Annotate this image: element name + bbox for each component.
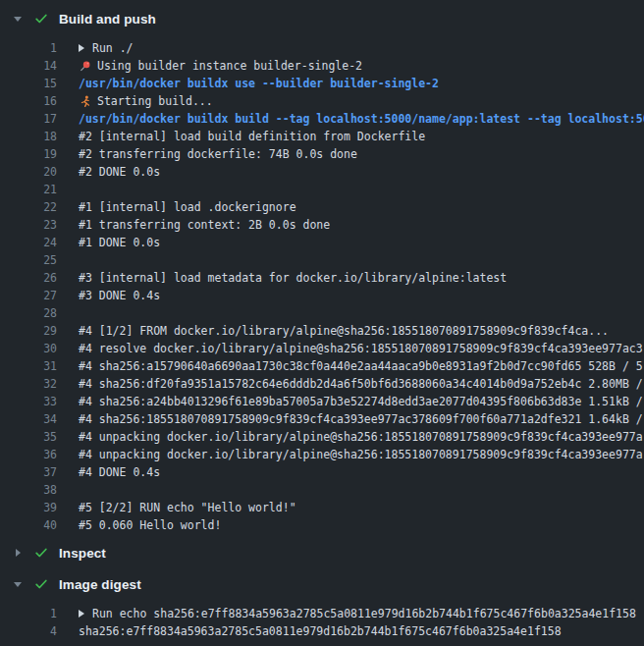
- line-number[interactable]: 1: [0, 605, 57, 622]
- log-line: 17/usr/bin/docker buildx build --tag loc…: [0, 110, 644, 128]
- log-line: 21: [0, 181, 644, 198]
- log-line: 14Using builder instance builder-single-…: [0, 57, 644, 75]
- line-number[interactable]: 22: [0, 198, 57, 216]
- log-line: 22#1 [internal] load .dockerignore: [0, 198, 644, 216]
- log-line: 23#1 transferring context: 2B 0.0s done: [0, 216, 644, 234]
- line-number[interactable]: 17: [0, 110, 57, 128]
- line-number[interactable]: 32: [0, 375, 57, 393]
- log-text: [57, 181, 79, 198]
- success-check-icon: [34, 577, 48, 591]
- log-text: #4 resolve docker.io/library/alpine@sha2…: [57, 340, 643, 357]
- log-line: 29#4 [1/2] FROM docker.io/library/alpine…: [0, 322, 644, 340]
- log-text: #4 unpacking docker.io/library/alpine@sh…: [57, 446, 643, 463]
- line-number[interactable]: 33: [0, 393, 57, 410]
- run-expander-icon[interactable]: [79, 44, 84, 52]
- chevron-down-icon[interactable]: [13, 582, 23, 587]
- log-line: 27#3 DONE 0.4s: [0, 287, 644, 304]
- log-line: 37#4 DONE 0.4s: [0, 463, 644, 481]
- log-line: 24#1 DONE 0.0s: [0, 234, 644, 251]
- log-text: #4 sha256:185518070891758909c9f839cf4ca3…: [57, 410, 643, 428]
- log-line: 40#5 0.060 Hello world!: [0, 516, 644, 534]
- log-text: Run echo sha256:e7ff8834a5963a2785c5a081…: [57, 605, 636, 622]
- log-text: #4 [1/2] FROM docker.io/library/alpine@s…: [57, 322, 609, 340]
- log-text: #4 DONE 0.4s: [57, 463, 160, 481]
- line-number[interactable]: 23: [0, 216, 57, 234]
- log-line: 15/usr/bin/docker buildx use --builder b…: [0, 75, 644, 92]
- log-line: 33#4 sha256:a24bb4013296f61e89ba57005a7b…: [0, 393, 644, 410]
- group-title: Inspect: [59, 546, 106, 561]
- chevron-down-icon[interactable]: [13, 17, 23, 22]
- line-number[interactable]: 20: [0, 163, 57, 181]
- log-line: 25: [0, 251, 644, 269]
- log-line: 35#4 unpacking docker.io/library/alpine@…: [0, 428, 644, 446]
- group-header-image-digest[interactable]: Image digest: [0, 571, 644, 597]
- log-lines-build-and-push: 1Run ./14Using builder instance builder-…: [0, 39, 644, 534]
- line-number[interactable]: 34: [0, 410, 57, 428]
- log-line: 34#4 sha256:185518070891758909c9f839cf4c…: [0, 410, 644, 428]
- log-text: #5 0.060 Hello world!: [57, 516, 221, 534]
- pushpin-icon: [79, 60, 91, 73]
- log-text: #4 unpacking docker.io/library/alpine@sh…: [57, 428, 643, 446]
- line-number[interactable]: 35: [0, 428, 57, 446]
- line-number[interactable]: 30: [0, 340, 57, 357]
- log-text: #4 sha256:a15790640a6690aa1730c38cf0a440…: [57, 357, 643, 375]
- success-check-icon: [34, 12, 48, 26]
- group-title: Build and push: [59, 12, 156, 27]
- run-expander-icon[interactable]: [79, 610, 84, 618]
- log-line: 31#4 sha256:a15790640a6690aa1730c38cf0a4…: [0, 357, 644, 375]
- line-number[interactable]: 40: [0, 516, 57, 534]
- log-line: 20#2 DONE 0.0s: [0, 163, 644, 181]
- log-line: 39#5 [2/2] RUN echo "Hello world!": [0, 499, 644, 516]
- log-text: #4 sha256:a24bb4013296f61e89ba57005a7b3e…: [57, 393, 643, 410]
- line-number[interactable]: 37: [0, 463, 57, 481]
- log-text: [57, 304, 79, 322]
- log-text: Starting build...: [57, 92, 213, 110]
- actions-log-viewer: Build and push 1Run ./14Using builder in…: [0, 0, 644, 646]
- line-number[interactable]: 16: [0, 92, 57, 110]
- line-number[interactable]: 21: [0, 181, 57, 198]
- line-number[interactable]: 25: [0, 251, 57, 269]
- log-text: #2 [internal] load build definition from…: [57, 128, 425, 145]
- log-text: Run ./: [57, 39, 134, 57]
- log-line: 1Run echo sha256:e7ff8834a5963a2785c5a08…: [0, 605, 644, 622]
- log-text: #1 transferring context: 2B 0.0s done: [57, 216, 330, 234]
- log-text: #3 [internal] load metadata for docker.i…: [57, 269, 507, 287]
- log-line: 4sha256:e7ff8834a5963a2785c5a0811e979d16…: [0, 622, 644, 640]
- log-text: #5 [2/2] RUN echo "Hello world!": [57, 499, 296, 516]
- line-number[interactable]: 15: [0, 75, 57, 92]
- log-lines-image-digest: 1Run echo sha256:e7ff8834a5963a2785c5a08…: [0, 605, 644, 640]
- log-line: 38: [0, 481, 644, 499]
- log-text: Using builder instance builder-single-2: [57, 57, 362, 75]
- log-text: sha256:e7ff8834a5963a2785c5a0811e979d16b…: [57, 622, 562, 640]
- line-number[interactable]: 28: [0, 304, 57, 322]
- runner-icon: [79, 95, 91, 108]
- line-number[interactable]: 39: [0, 499, 57, 516]
- group-header-build-and-push[interactable]: Build and push: [0, 6, 644, 31]
- line-number[interactable]: 14: [0, 57, 57, 75]
- line-number[interactable]: 29: [0, 322, 57, 340]
- line-number[interactable]: 19: [0, 145, 57, 163]
- log-command-text: /usr/bin/docker buildx build --tag local…: [57, 110, 644, 128]
- log-line: 36#4 unpacking docker.io/library/alpine@…: [0, 446, 644, 463]
- log-line: 18#2 [internal] load build definition fr…: [0, 128, 644, 145]
- line-number[interactable]: 36: [0, 446, 57, 463]
- log-text: [57, 251, 79, 269]
- line-number[interactable]: 26: [0, 269, 57, 287]
- group-header-inspect[interactable]: Inspect: [0, 540, 644, 565]
- line-number[interactable]: 31: [0, 357, 57, 375]
- log-line: 26#3 [internal] load metadata for docker…: [0, 269, 644, 287]
- group-title: Image digest: [59, 577, 141, 592]
- log-line: 19#2 transferring dockerfile: 74B 0.0s d…: [0, 145, 644, 163]
- log-text: #2 DONE 0.0s: [57, 163, 160, 181]
- log-text: #3 DONE 0.4s: [57, 287, 160, 304]
- line-number[interactable]: 38: [0, 481, 57, 499]
- line-number[interactable]: 4: [0, 622, 57, 640]
- line-number[interactable]: 24: [0, 234, 57, 251]
- chevron-right-icon[interactable]: [13, 549, 23, 557]
- line-number[interactable]: 27: [0, 287, 57, 304]
- line-number[interactable]: 1: [0, 39, 57, 57]
- log-line: 32#4 sha256:df20fa9351a15782c64e6dddb2d4…: [0, 375, 644, 393]
- line-number[interactable]: 18: [0, 128, 57, 145]
- log-line: 1Run ./: [0, 39, 644, 57]
- log-text: #1 DONE 0.0s: [57, 234, 160, 251]
